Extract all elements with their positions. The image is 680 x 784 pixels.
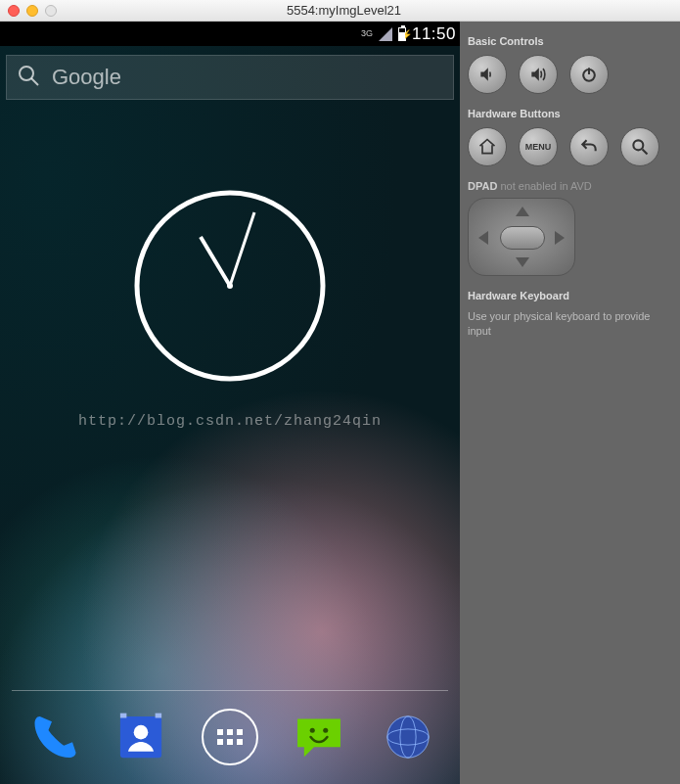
dpad-center-icon xyxy=(500,226,545,250)
browser-app-icon[interactable] xyxy=(378,707,438,767)
svg-rect-8 xyxy=(120,714,127,718)
dpad-section-label: DPAD not enabled in AVD xyxy=(468,180,672,192)
minimize-window-icon[interactable] xyxy=(26,5,38,17)
analog-clock-widget[interactable] xyxy=(132,188,328,384)
zoom-window-icon[interactable] xyxy=(45,5,57,17)
emulator-screen[interactable]: 3G ⚡ 11:50 Google xyxy=(0,22,460,784)
home-button[interactable] xyxy=(468,127,507,166)
signal-icon xyxy=(379,27,392,41)
back-button[interactable] xyxy=(569,127,609,166)
svg-rect-9 xyxy=(156,714,162,718)
svg-point-5 xyxy=(227,283,233,289)
volume-down-button[interactable] xyxy=(468,55,507,94)
menu-button[interactable]: MENU xyxy=(519,127,558,166)
hardware-keyboard-note: Use your physical keyboard to provide in… xyxy=(468,309,672,340)
watermark-text: http://blog.csdn.net/zhang24qin xyxy=(0,413,460,430)
phone-app-icon[interactable] xyxy=(22,707,82,767)
svg-point-18 xyxy=(633,140,643,150)
wallpaper xyxy=(0,22,460,784)
emulator-control-panel: Basic Controls Hardware Buttons MENU xyxy=(460,22,680,784)
svg-point-0 xyxy=(20,67,33,80)
hardware-buttons-label: Hardware Buttons xyxy=(468,108,672,119)
window-title: 5554:myImgLevel21 xyxy=(57,3,680,18)
dpad-control xyxy=(468,198,575,276)
dock xyxy=(0,698,460,776)
search-button[interactable] xyxy=(620,127,659,166)
network-type-label: 3G xyxy=(361,29,373,38)
status-bar[interactable]: 3G ⚡ 11:50 xyxy=(0,22,460,46)
status-clock: 11:50 xyxy=(412,24,456,44)
power-button[interactable] xyxy=(569,55,609,94)
svg-line-4 xyxy=(230,212,254,286)
dpad-right-icon xyxy=(555,231,565,245)
search-icon xyxy=(17,64,40,91)
all-apps-icon[interactable] xyxy=(200,707,260,767)
contacts-app-icon[interactable] xyxy=(111,707,171,767)
google-search-bar[interactable]: Google xyxy=(6,55,454,100)
close-window-icon[interactable] xyxy=(8,5,20,17)
svg-point-7 xyxy=(134,725,149,740)
search-placeholder: Google xyxy=(52,65,121,90)
volume-up-button[interactable] xyxy=(519,55,558,94)
svg-point-10 xyxy=(310,728,315,733)
svg-line-3 xyxy=(201,237,230,286)
messaging-app-icon[interactable] xyxy=(289,707,349,767)
dpad-down-icon xyxy=(516,257,529,267)
svg-point-11 xyxy=(323,728,328,733)
svg-line-19 xyxy=(643,150,648,155)
window-titlebar: 5554:myImgLevel21 xyxy=(0,0,680,22)
dpad-up-icon xyxy=(516,207,529,216)
svg-line-1 xyxy=(31,78,38,85)
dpad-left-icon xyxy=(478,231,488,245)
hardware-keyboard-label: Hardware Keyboard xyxy=(468,290,672,301)
battery-charging-icon: ⚡ xyxy=(398,27,406,41)
basic-controls-label: Basic Controls xyxy=(468,35,672,47)
dock-separator xyxy=(12,690,448,691)
